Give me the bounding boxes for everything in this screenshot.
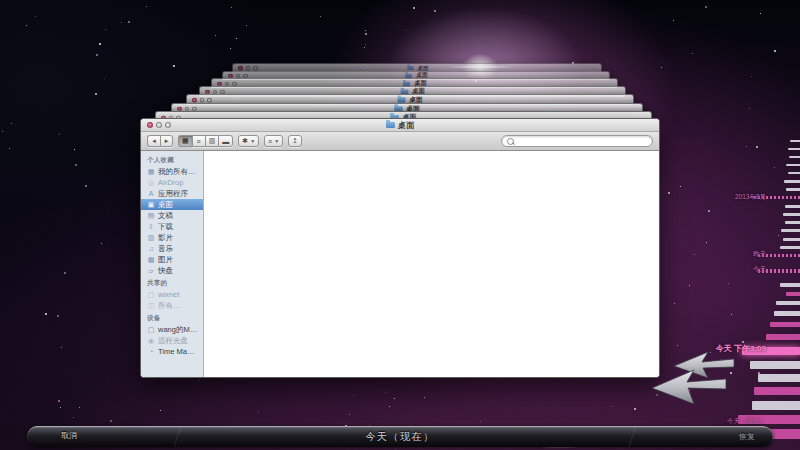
timeline-tick[interactable] [786,292,800,296]
search-field [501,135,653,147]
column-view-button[interactable]: ▥ [205,135,219,147]
sidebar-item[interactable]: ⇩下载 [141,221,203,232]
star [365,30,366,31]
sidebar-item[interactable]: ◎AirDrop [141,177,203,188]
star [35,16,36,17]
history-nav-group: ◂ ▸ [147,135,173,147]
timeline-tick[interactable] [780,246,800,249]
star [246,25,247,26]
star [199,380,200,381]
star [99,43,101,45]
downloads-icon: ⇩ [147,223,155,231]
share-button[interactable]: ↥ [288,135,302,147]
star [424,397,425,398]
star [110,420,112,422]
all-files-icon: ▦ [147,168,155,176]
timeline-tick[interactable] [785,205,800,208]
arrange-menu-button[interactable]: ≡▼ [264,135,283,147]
star [689,285,690,286]
sidebar-section-header: 共享的 [141,276,203,289]
star [680,186,681,187]
pictures-icon: ▩ [147,256,155,264]
timeline-tick[interactable] [780,283,800,287]
timeline-tick[interactable] [750,361,800,369]
star [79,407,80,408]
action-menu-button[interactable]: ✱▼ [238,135,259,147]
window-title-group: 桌面 [141,119,659,131]
share-icon: ↥ [292,137,298,145]
timeline-label: 今天（现在） [727,417,766,426]
sidebar-item[interactable]: ◉远程光盘 [141,335,203,346]
sidebar-item[interactable]: ▤文稿 [141,210,203,221]
timeline-tick[interactable] [766,334,800,340]
timeline-tick[interactable] [783,213,800,216]
timeline-tick[interactable] [784,180,800,183]
sidebar-item-label: 影片 [158,233,173,243]
sidebar-item[interactable]: ▢wixnet [141,289,203,300]
star [692,53,693,54]
star [231,7,232,8]
star [58,400,60,402]
restore-button[interactable]: 恢复 [739,431,755,442]
sidebar-item[interactable]: ▣桌面 [141,199,203,210]
star [73,417,74,418]
forward-button[interactable]: ▸ [160,135,173,147]
timeline-tick[interactable] [788,172,800,174]
star [11,123,12,124]
star [64,272,66,274]
timeline-nav-arrows[interactable] [650,346,736,408]
timeline-tick[interactable] [789,156,800,158]
timeline-tick[interactable] [786,188,800,191]
timeline-tick[interactable] [790,140,800,142]
timeline-tick[interactable] [776,301,800,305]
star [742,363,743,364]
timeline-tick[interactable] [754,387,800,395]
timeline-tick[interactable] [752,401,800,410]
icon-view-button[interactable]: ▦ [178,135,192,147]
list-view-button[interactable]: ≡ [192,135,205,147]
timeline-tick[interactable] [788,148,800,150]
sidebar-item[interactable]: ◔Time Ma… [141,346,203,357]
star [258,411,259,412]
timeline-tick[interactable] [785,221,800,224]
timeline-tick[interactable] [758,374,800,382]
back-button[interactable]: ◂ [147,135,160,147]
airdrop-icon: ◎ [147,179,155,187]
star [101,243,102,244]
sidebar-item[interactable]: ◫所有… [141,300,203,311]
timeline-tick[interactable] [774,311,800,316]
timeline-tick[interactable] [781,229,800,232]
shared-computer-icon: ▢ [147,291,155,299]
sidebar-item[interactable]: ▥影片 [141,232,203,243]
sidebar-item-label: 快盘 [158,266,173,276]
star [434,10,436,12]
star [96,54,98,56]
search-input[interactable] [517,136,647,146]
sidebar-item[interactable]: ▦我的所有… [141,166,203,177]
forward-arrow[interactable] [674,352,734,378]
window-title: 桌面 [398,120,414,131]
coverflow-view-button[interactable]: ▬ [218,135,233,147]
title-bar: 桌面 [141,119,659,132]
sidebar-item-label: wixnet [158,290,179,299]
sidebar-item[interactable]: ♫音乐 [141,243,203,254]
file-browser-area[interactable] [204,151,659,377]
star [128,21,130,23]
star [59,134,60,135]
sidebar-item[interactable]: ▢wang的M… [141,324,203,335]
sidebar-item[interactable]: ▩图片 [141,254,203,265]
sidebar-item[interactable]: ▱快盘 [141,265,203,276]
star [365,44,366,45]
cancel-button[interactable]: 取消 [61,430,77,441]
back-arrow[interactable] [652,370,726,404]
timeline-tick[interactable] [770,322,800,327]
folder-icon [407,66,413,70]
star [57,315,59,317]
star [413,7,415,9]
timeline-tick[interactable] [786,164,800,166]
sidebar-item[interactable]: A应用程序 [141,188,203,199]
star [152,379,153,380]
timeline-tick[interactable] [783,238,800,241]
star [2,131,3,132]
star [85,185,87,187]
